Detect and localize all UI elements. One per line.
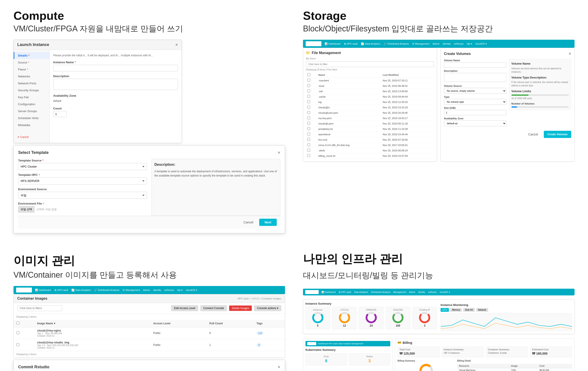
vol-type-select[interactable]: No volume type <box>444 99 506 105</box>
nav-details[interactable]: Details <box>14 52 49 59</box>
infra-nav-dashboard[interactable]: 📊 Dashboard <box>321 291 336 293</box>
file-checkbox[interactable] <box>307 149 310 152</box>
cancel-link[interactable]: ✕ Cancel <box>17 135 29 139</box>
env-source-select[interactable]: 파일 <box>18 192 147 199</box>
template-hpc-select[interactable]: NFS-SERVER <box>18 177 147 184</box>
file-checkbox[interactable] <box>307 90 310 93</box>
nav-flavor[interactable]: Flavor * <box>14 66 49 73</box>
nav-eznuriyo[interactable]: ezNuriyo <box>454 42 463 45</box>
vol-az-select[interactable]: default-az <box>444 120 506 126</box>
img-nav-cloudos[interactable]: cloudOS ▾ <box>186 289 197 292</box>
infra-nav-cloudos[interactable]: cloudOS ▾ <box>440 291 450 293</box>
nav-source[interactable]: Source * <box>14 59 49 66</box>
nav-admin[interactable]: Admin <box>433 42 440 45</box>
img-select-all[interactable] <box>16 322 19 325</box>
nav-metadata[interactable]: Metadata <box>14 122 49 129</box>
tab-memory[interactable]: Memory <box>450 308 462 312</box>
vol-desc-input[interactable] <box>444 73 506 82</box>
nav-cloudos[interactable]: cloudOS ▾ <box>475 42 487 45</box>
nav-dashboard[interactable]: 📊 Dashboard <box>325 42 340 45</box>
nav-key-pair[interactable]: Key Pair <box>14 94 49 101</box>
file-checkbox[interactable] <box>307 122 310 125</box>
template-next-btn[interactable]: Next <box>259 219 277 226</box>
file-checkbox[interactable] <box>307 116 310 119</box>
nav-idp[interactable]: Idp ▾ <box>467 42 472 45</box>
nav-security-groups[interactable]: Security Groups <box>14 87 49 94</box>
img-nav-data[interactable]: 📈 Data Analytics <box>71 289 91 292</box>
details-content: Please provide the initial h... it will … <box>50 50 182 143</box>
nav-network-ports[interactable]: Network Ports <box>14 80 49 87</box>
nav-server-groups[interactable]: Server Groups <box>14 108 49 115</box>
img-checkbox[interactable] <box>16 331 19 334</box>
file-checkbox[interactable] <box>307 111 310 114</box>
file-select-btn[interactable]: 파일 선택 <box>18 206 35 213</box>
tab-cpu[interactable]: CPU <box>441 308 449 312</box>
img-nav-admin[interactable]: Admin <box>143 289 150 291</box>
file-checkbox[interactable] <box>307 127 310 130</box>
vol-size-label: Size (GiB) <box>444 107 506 109</box>
file-checkbox[interactable] <box>307 100 310 103</box>
vol-size-input[interactable] <box>444 110 506 115</box>
file-checkbox[interactable] <box>307 154 310 157</box>
commit-close-btn[interactable]: × <box>278 364 280 370</box>
nav-management[interactable]: ⚙ Management <box>412 42 429 45</box>
img-panel-header: Container Images HPC-IaaS > 이미지 > Contai… <box>14 294 285 303</box>
vol-cancel-btn[interactable]: Cancel <box>525 131 542 138</box>
file-checkbox[interactable] <box>307 95 310 98</box>
file-checkbox[interactable] <box>307 143 310 146</box>
nav-identity[interactable]: Identity <box>443 42 451 45</box>
vol-close-btn[interactable]: × <box>568 51 571 56</box>
vol-create-btn[interactable]: Create Volumes <box>544 131 571 138</box>
file-select-all[interactable] <box>307 73 310 76</box>
img-nav-idp[interactable]: Idp ▾ <box>177 289 183 292</box>
img-nav-dist[interactable]: 🔗 Distributed Analysis <box>94 289 119 292</box>
nav-distributed[interactable]: 🔗 Distributed Analysis <box>384 42 409 45</box>
img-nav-hpc[interactable]: 🖥 HPC-IaaS <box>54 289 68 291</box>
nav-data-analytics[interactable]: 📈 Data Analytics <box>361 42 380 45</box>
infra-nav-admin[interactable]: Admin <box>409 291 415 293</box>
nav-networks[interactable]: Networks <box>14 73 49 80</box>
file-checkbox[interactable] <box>307 133 310 135</box>
img-nav-mgmt[interactable]: ⚙ Management <box>123 289 140 292</box>
instance-name-input[interactable] <box>53 65 178 71</box>
billing-donut-area: Billing Summary ₩ 125,000 <box>398 360 455 371</box>
infra-nav-identity[interactable]: Identity <box>418 291 425 293</box>
template-source-select[interactable]: HPC Cluster <box>18 163 147 170</box>
template-cancel-btn[interactable]: Cancel <box>240 219 257 226</box>
img-nav-dashboard[interactable]: 📊 Dashboard <box>35 289 51 292</box>
file-name: foo.cmd <box>317 137 381 143</box>
file-table-row: cloudz@.pem Nov 25, 2019 00:11:18 <box>306 121 434 126</box>
count-group: Count <box>53 107 178 117</box>
template-close-btn[interactable]: × <box>278 150 280 155</box>
infra-nav-hpc[interactable]: 🖥 HPC-IaaS <box>338 291 351 293</box>
count-input[interactable] <box>53 111 67 117</box>
file-checkbox[interactable] <box>307 106 310 109</box>
tab-disk-io[interactable]: Disk I/O <box>463 308 475 312</box>
vol-source-select[interactable]: No source, empty volume <box>444 88 506 94</box>
vol-name-input[interactable] <box>444 62 506 68</box>
file-checkbox[interactable] <box>307 138 310 141</box>
img-search-input[interactable] <box>17 305 62 311</box>
btn-delete-images[interactable]: Delete Images <box>229 306 252 311</box>
infra-nav-dist[interactable]: Distributed Analysis <box>371 291 390 293</box>
img-nav-identity[interactable]: Identity <box>153 289 161 291</box>
infra-nav-eznuriyo[interactable]: ezNuriyo <box>428 291 437 293</box>
tab-network[interactable]: Network <box>476 308 488 312</box>
btn-console-actions[interactable]: Console actions ▾ <box>254 305 281 311</box>
vol-left: Volume Name Description Volume Source No… <box>444 59 506 128</box>
close-button[interactable]: × <box>175 42 178 47</box>
file-checkbox[interactable] <box>307 84 310 87</box>
nav-hpc[interactable]: 🖥 HPC-IaaS <box>344 42 358 45</box>
file-filter-input[interactable] <box>306 61 434 67</box>
description-input[interactable] <box>53 79 178 90</box>
infra-nav-data[interactable]: Data Analytics <box>354 291 368 293</box>
img-nav-eznuriyo[interactable]: ezNuriyo <box>164 289 174 291</box>
col-cost: Cost <box>538 364 572 368</box>
btn-edit-access[interactable]: Edit Access Level <box>171 305 198 311</box>
nav-configuration[interactable]: Configuration <box>14 101 49 108</box>
img-checkbox[interactable] <box>16 343 19 346</box>
btn-connect-console[interactable]: Connect Console <box>200 305 227 311</box>
file-checkbox[interactable] <box>307 79 310 82</box>
infra-nav-mgmt[interactable]: Management <box>393 291 406 293</box>
nav-scheduler-hints[interactable]: Scheduler Hints <box>14 115 49 122</box>
